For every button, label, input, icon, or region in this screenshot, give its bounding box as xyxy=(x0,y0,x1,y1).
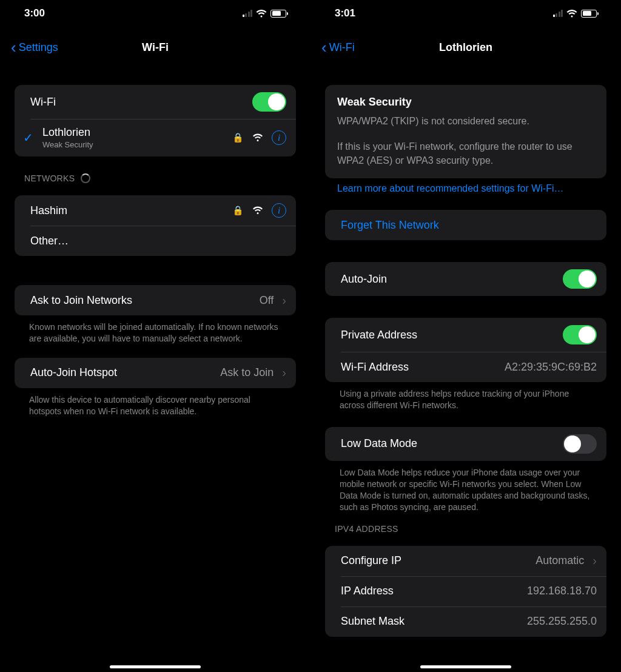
private-address-label: Private Address xyxy=(341,329,417,341)
auto-join-label: Auto-Join xyxy=(341,273,387,286)
ask-join-row[interactable]: Ask to Join Networks Off › xyxy=(15,285,296,315)
wifi-toggle-group: Wi-Fi ✓ Lothlorien Weak Security 🔒 i xyxy=(15,85,296,156)
ip-address-label: IP Address xyxy=(341,585,394,597)
low-data-group: Low Data Mode xyxy=(325,427,606,461)
networks-group: Hashim 🔒 i Other… xyxy=(15,195,296,256)
wifi-icon xyxy=(566,10,577,18)
nav-bar: ‹ Wi-Fi Lothlorien xyxy=(325,32,606,63)
hotspot-group: Auto-Join Hotspot Ask to Join › xyxy=(15,358,296,388)
other-label: Other… xyxy=(30,235,69,247)
configure-ip-value: Automatic xyxy=(535,554,584,567)
ip-address-row: IP Address 192.168.18.70 xyxy=(325,576,606,606)
chevron-right-icon: › xyxy=(592,554,597,568)
configure-ip-row[interactable]: Configure IP Automatic › xyxy=(325,546,606,576)
security-line1: WPA/WPA2 (TKIP) is not considered secure… xyxy=(337,115,594,128)
check-icon: ✓ xyxy=(23,130,33,145)
private-address-group: Private Address Wi-Fi Address A2:29:35:9… xyxy=(325,318,606,382)
chevron-left-icon: ‹ xyxy=(11,39,16,55)
home-indicator[interactable] xyxy=(110,665,201,668)
wifi-toggle[interactable] xyxy=(252,92,286,112)
status-time: 3:00 xyxy=(24,7,45,19)
battery-icon xyxy=(270,10,286,18)
learn-more-link[interactable]: Learn more about recommended settings fo… xyxy=(325,178,606,194)
forget-network-row[interactable]: Forget This Network xyxy=(325,210,606,240)
private-address-toggle[interactable] xyxy=(563,325,597,344)
low-data-footer: Low Data Mode helps reduce your iPhone d… xyxy=(325,461,606,513)
ipv4-group: Configure IP Automatic › IP Address 192.… xyxy=(325,546,606,637)
subnet-label: Subnet Mask xyxy=(341,615,404,628)
subnet-value: 255.255.255.0 xyxy=(527,615,597,628)
ip-address-value: 192.168.18.70 xyxy=(527,585,597,597)
lock-icon: 🔒 xyxy=(232,205,244,216)
low-data-row[interactable]: Low Data Mode xyxy=(325,427,606,461)
networks-header-label: NETWORKS xyxy=(24,173,75,183)
wifi-strength-icon xyxy=(252,206,263,215)
wifi-toggle-row[interactable]: Wi-Fi xyxy=(15,85,296,119)
wifi-settings-screen: 3:00 ‹ Settings Wi-Fi Wi-Fi ✓ Lothlorien xyxy=(0,0,310,672)
security-title: Weak Security xyxy=(337,96,594,109)
configure-ip-label: Configure IP xyxy=(341,554,401,567)
status-time: 3:01 xyxy=(335,7,355,19)
private-address-footer: Using a private address helps reduce tra… xyxy=(325,382,606,411)
security-warning: Weak Security WPA/WPA2 (TKIP) is not con… xyxy=(325,85,606,178)
ask-join-label: Ask to Join Networks xyxy=(30,294,132,307)
wifi-address-row: Wi-Fi Address A2:29:35:9C:69:B2 xyxy=(325,352,606,382)
forget-group: Forget This Network xyxy=(325,210,606,240)
nav-bar: ‹ Settings Wi-Fi xyxy=(15,32,296,63)
connected-sub: Weak Security xyxy=(42,140,93,149)
chevron-right-icon: › xyxy=(282,366,286,380)
ask-join-value: Off xyxy=(260,294,274,307)
low-data-label: Low Data Mode xyxy=(341,437,417,450)
hotspot-footer: Allow this device to automatically disco… xyxy=(15,388,296,417)
cellular-icon xyxy=(553,10,563,17)
back-button[interactable]: ‹ Settings xyxy=(11,39,58,55)
security-line2: If this is your Wi-Fi network, configure… xyxy=(337,140,594,167)
wifi-strength-icon xyxy=(252,133,263,142)
status-right xyxy=(553,10,597,18)
ask-join-footer: Known networks will be joined automatica… xyxy=(15,315,296,344)
connected-name: Lothlorien xyxy=(42,126,93,139)
hotspot-value: Ask to Join xyxy=(220,366,274,379)
back-button[interactable]: ‹ Wi-Fi xyxy=(321,39,355,55)
wifi-address-value: A2:29:35:9C:69:B2 xyxy=(505,361,597,374)
auto-join-row[interactable]: Auto-Join xyxy=(325,262,606,296)
info-icon[interactable]: i xyxy=(272,130,286,145)
wifi-address-label: Wi-Fi Address xyxy=(341,361,409,374)
chevron-right-icon: › xyxy=(282,294,286,307)
wifi-label: Wi-Fi xyxy=(30,96,56,109)
battery-icon xyxy=(581,10,597,18)
wifi-icon xyxy=(256,10,267,18)
page-title: Lothlorien xyxy=(325,41,606,54)
subnet-mask-row: Subnet Mask 255.255.255.0 xyxy=(325,606,606,637)
ipv4-header: IPV4 ADDRESS xyxy=(325,524,606,534)
low-data-toggle[interactable] xyxy=(563,434,597,454)
network-detail-screen: 3:01 ‹ Wi-Fi Lothlorien Weak Security WP… xyxy=(310,0,621,672)
status-bar: 3:01 xyxy=(325,0,606,27)
back-label: Settings xyxy=(19,41,58,54)
hotspot-row[interactable]: Auto-Join Hotspot Ask to Join › xyxy=(15,358,296,388)
network-row[interactable]: Hashim 🔒 i xyxy=(15,195,296,226)
chevron-left-icon: ‹ xyxy=(321,39,327,55)
info-icon[interactable]: i xyxy=(272,203,286,218)
lock-icon: 🔒 xyxy=(232,132,244,143)
hotspot-label: Auto-Join Hotspot xyxy=(30,366,117,379)
auto-join-group: Auto-Join xyxy=(325,262,606,296)
connected-network-row[interactable]: ✓ Lothlorien Weak Security 🔒 i xyxy=(15,119,296,156)
ask-join-group: Ask to Join Networks Off › xyxy=(15,285,296,315)
networks-header: NETWORKS xyxy=(15,173,296,183)
cellular-icon xyxy=(243,10,253,17)
other-network-row[interactable]: Other… xyxy=(15,226,296,256)
status-right xyxy=(243,10,287,18)
network-name: Hashim xyxy=(30,204,67,217)
status-bar: 3:00 xyxy=(15,0,296,27)
spinner-icon xyxy=(81,173,90,183)
back-label: Wi-Fi xyxy=(329,41,355,54)
home-indicator[interactable] xyxy=(420,665,511,668)
forget-label: Forget This Network xyxy=(341,219,439,232)
private-address-row[interactable]: Private Address xyxy=(325,318,606,352)
auto-join-toggle[interactable] xyxy=(563,269,597,289)
